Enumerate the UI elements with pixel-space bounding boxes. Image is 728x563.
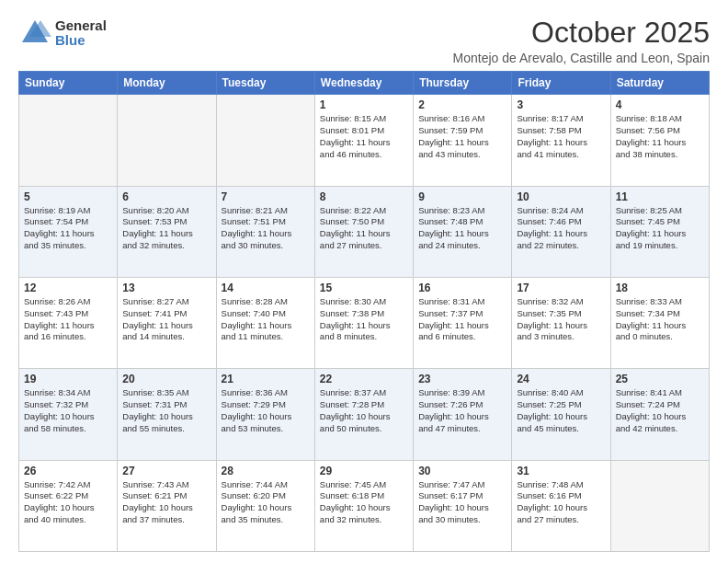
day-info: Sunrise: 8:28 AM Sunset: 7:40 PM Dayligh…	[222, 296, 310, 343]
day-info: Sunrise: 8:20 AM Sunset: 7:53 PM Dayligh…	[122, 205, 210, 252]
day-info: Sunrise: 7:42 AM Sunset: 6:22 PM Dayligh…	[24, 479, 112, 526]
calendar-cell-w2-d7: 11Sunrise: 8:25 AM Sunset: 7:45 PM Dayli…	[610, 186, 709, 277]
calendar-cell-w4-d4: 22Sunrise: 8:37 AM Sunset: 7:28 PM Dayli…	[314, 369, 413, 460]
day-info: Sunrise: 7:44 AM Sunset: 6:20 PM Dayligh…	[222, 479, 310, 526]
calendar-cell-w5-d3: 28Sunrise: 7:44 AM Sunset: 6:20 PM Dayli…	[216, 460, 314, 551]
calendar-cell-w1-d4: 1Sunrise: 8:15 AM Sunset: 8:01 PM Daylig…	[314, 95, 413, 186]
day-number: 27	[122, 465, 210, 477]
day-info: Sunrise: 8:36 AM Sunset: 7:29 PM Dayligh…	[222, 387, 310, 434]
day-info: Sunrise: 7:47 AM Sunset: 6:17 PM Dayligh…	[418, 479, 506, 526]
day-number: 16	[418, 282, 506, 294]
calendar-cell-w4-d1: 19Sunrise: 8:34 AM Sunset: 7:32 PM Dayli…	[19, 369, 118, 460]
calendar-table: Sunday Monday Tuesday Wednesday Thursday…	[18, 71, 710, 552]
day-info: Sunrise: 8:33 AM Sunset: 7:34 PM Dayligh…	[616, 296, 704, 343]
day-number: 26	[24, 465, 112, 477]
day-info: Sunrise: 8:27 AM Sunset: 7:41 PM Dayligh…	[122, 296, 210, 343]
day-number: 10	[517, 190, 605, 203]
calendar-cell-w3-d4: 15Sunrise: 8:30 AM Sunset: 7:38 PM Dayli…	[314, 277, 413, 368]
col-wednesday: Wednesday	[314, 72, 413, 95]
day-number: 9	[418, 190, 506, 203]
calendar-cell-w5-d1: 26Sunrise: 7:42 AM Sunset: 6:22 PM Dayli…	[19, 460, 118, 551]
day-info: Sunrise: 8:22 AM Sunset: 7:50 PM Dayligh…	[320, 205, 408, 252]
day-info: Sunrise: 8:17 AM Sunset: 7:58 PM Dayligh…	[517, 113, 605, 160]
day-info: Sunrise: 8:32 AM Sunset: 7:35 PM Dayligh…	[517, 296, 605, 343]
calendar-week-4: 19Sunrise: 8:34 AM Sunset: 7:32 PM Dayli…	[19, 369, 710, 460]
col-thursday: Thursday	[414, 72, 512, 95]
calendar-cell-w3-d1: 12Sunrise: 8:26 AM Sunset: 7:43 PM Dayli…	[19, 277, 118, 368]
day-number: 19	[24, 373, 112, 385]
header: General Blue October 2025 Montejo de Are…	[18, 17, 710, 65]
day-number: 8	[320, 190, 408, 203]
day-number: 21	[222, 373, 310, 385]
calendar-cell-w4-d2: 20Sunrise: 8:35 AM Sunset: 7:31 PM Dayli…	[118, 369, 216, 460]
calendar-cell-w5-d6: 31Sunrise: 7:48 AM Sunset: 6:16 PM Dayli…	[512, 460, 610, 551]
calendar-cell-w3-d2: 13Sunrise: 8:27 AM Sunset: 7:41 PM Dayli…	[118, 277, 216, 368]
calendar-cell-w2-d1: 5Sunrise: 8:19 AM Sunset: 7:54 PM Daylig…	[19, 186, 118, 277]
logo-icon	[18, 17, 51, 50]
day-info: Sunrise: 8:25 AM Sunset: 7:45 PM Dayligh…	[616, 205, 704, 252]
calendar-cell-w1-d7: 4Sunrise: 8:18 AM Sunset: 7:56 PM Daylig…	[610, 95, 709, 186]
day-info: Sunrise: 8:21 AM Sunset: 7:51 PM Dayligh…	[222, 205, 310, 252]
page: General Blue October 2025 Montejo de Are…	[0, 0, 728, 563]
day-number: 31	[517, 465, 605, 477]
day-number: 4	[616, 98, 704, 111]
calendar-cell-w4-d5: 23Sunrise: 8:39 AM Sunset: 7:26 PM Dayli…	[414, 369, 512, 460]
calendar-cell-w1-d3	[216, 95, 314, 186]
day-number: 14	[222, 282, 310, 294]
calendar-cell-w1-d2	[118, 95, 216, 186]
col-friday: Friday	[512, 72, 610, 95]
day-number: 29	[320, 465, 408, 477]
col-tuesday: Tuesday	[216, 72, 314, 95]
day-info: Sunrise: 7:48 AM Sunset: 6:16 PM Dayligh…	[517, 479, 605, 526]
day-info: Sunrise: 8:40 AM Sunset: 7:25 PM Dayligh…	[517, 387, 605, 434]
calendar-cell-w1-d1	[19, 95, 118, 186]
day-info: Sunrise: 8:31 AM Sunset: 7:37 PM Dayligh…	[418, 296, 506, 343]
day-info: Sunrise: 8:18 AM Sunset: 7:56 PM Dayligh…	[616, 113, 704, 160]
day-number: 7	[222, 190, 310, 203]
calendar-cell-w5-d7	[610, 460, 709, 551]
calendar-week-5: 26Sunrise: 7:42 AM Sunset: 6:22 PM Dayli…	[19, 460, 710, 551]
logo-text: General Blue	[55, 18, 107, 49]
day-number: 24	[517, 373, 605, 385]
day-number: 12	[24, 282, 112, 294]
day-info: Sunrise: 8:26 AM Sunset: 7:43 PM Dayligh…	[24, 296, 112, 343]
day-info: Sunrise: 7:45 AM Sunset: 6:18 PM Dayligh…	[320, 479, 408, 526]
day-info: Sunrise: 8:15 AM Sunset: 8:01 PM Dayligh…	[320, 113, 408, 160]
calendar-week-1: 1Sunrise: 8:15 AM Sunset: 8:01 PM Daylig…	[19, 95, 710, 186]
day-number: 18	[616, 282, 704, 294]
day-number: 11	[616, 190, 704, 203]
day-info: Sunrise: 8:19 AM Sunset: 7:54 PM Dayligh…	[24, 205, 112, 252]
calendar-cell-w3-d5: 16Sunrise: 8:31 AM Sunset: 7:37 PM Dayli…	[414, 277, 512, 368]
calendar-cell-w5-d2: 27Sunrise: 7:43 AM Sunset: 6:21 PM Dayli…	[118, 460, 216, 551]
day-number: 3	[517, 98, 605, 111]
day-number: 6	[122, 190, 210, 203]
calendar-header-row: Sunday Monday Tuesday Wednesday Thursday…	[19, 72, 710, 95]
calendar-cell-w4-d7: 25Sunrise: 8:41 AM Sunset: 7:24 PM Dayli…	[610, 369, 709, 460]
calendar-week-3: 12Sunrise: 8:26 AM Sunset: 7:43 PM Dayli…	[19, 277, 710, 368]
col-monday: Monday	[118, 72, 216, 95]
day-number: 20	[122, 373, 210, 385]
day-info: Sunrise: 8:41 AM Sunset: 7:24 PM Dayligh…	[616, 387, 704, 434]
day-number: 30	[418, 465, 506, 477]
calendar-cell-w2-d5: 9Sunrise: 8:23 AM Sunset: 7:48 PM Daylig…	[414, 186, 512, 277]
logo: General Blue	[18, 17, 107, 50]
calendar-cell-w2-d2: 6Sunrise: 8:20 AM Sunset: 7:53 PM Daylig…	[118, 186, 216, 277]
col-saturday: Saturday	[610, 72, 709, 95]
calendar-cell-w1-d6: 3Sunrise: 8:17 AM Sunset: 7:58 PM Daylig…	[512, 95, 610, 186]
calendar-cell-w2-d4: 8Sunrise: 8:22 AM Sunset: 7:50 PM Daylig…	[314, 186, 413, 277]
day-number: 25	[616, 373, 704, 385]
day-info: Sunrise: 8:24 AM Sunset: 7:46 PM Dayligh…	[517, 205, 605, 252]
calendar-cell-w1-d5: 2Sunrise: 8:16 AM Sunset: 7:59 PM Daylig…	[414, 95, 512, 186]
day-number: 1	[320, 98, 408, 111]
day-number: 15	[320, 282, 408, 294]
day-info: Sunrise: 7:43 AM Sunset: 6:21 PM Dayligh…	[122, 479, 210, 526]
day-info: Sunrise: 8:39 AM Sunset: 7:26 PM Dayligh…	[418, 387, 506, 434]
calendar-cell-w4-d6: 24Sunrise: 8:40 AM Sunset: 7:25 PM Dayli…	[512, 369, 610, 460]
day-info: Sunrise: 8:35 AM Sunset: 7:31 PM Dayligh…	[122, 387, 210, 434]
location-title: Montejo de Arevalo, Castille and Leon, S…	[453, 51, 710, 65]
day-number: 2	[418, 98, 506, 111]
calendar-week-2: 5Sunrise: 8:19 AM Sunset: 7:54 PM Daylig…	[19, 186, 710, 277]
calendar-cell-w5-d5: 30Sunrise: 7:47 AM Sunset: 6:17 PM Dayli…	[414, 460, 512, 551]
calendar-cell-w2-d3: 7Sunrise: 8:21 AM Sunset: 7:51 PM Daylig…	[216, 186, 314, 277]
day-info: Sunrise: 8:37 AM Sunset: 7:28 PM Dayligh…	[320, 387, 408, 434]
